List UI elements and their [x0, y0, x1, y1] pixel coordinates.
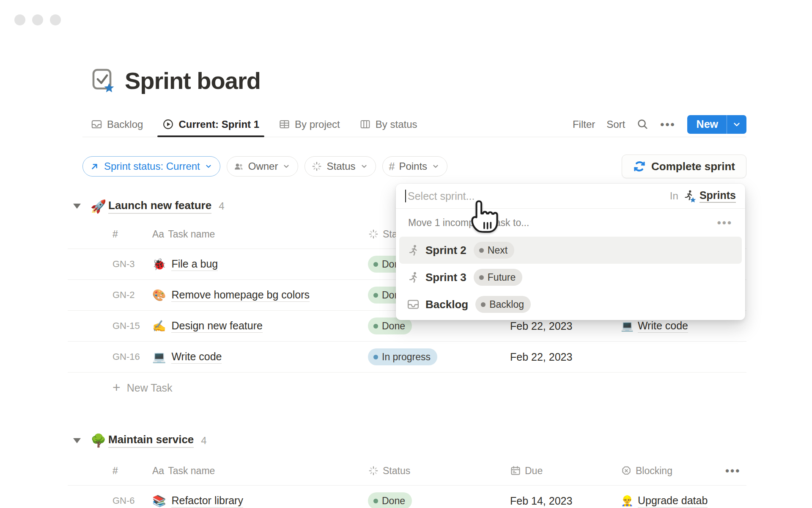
column-id[interactable]: #: [68, 465, 152, 477]
text-type-icon: Aa: [152, 465, 164, 477]
page-icon-checkbox-star[interactable]: [91, 67, 115, 94]
blocking-cell[interactable]: 💻Write code: [617, 320, 719, 333]
popup-more-icon[interactable]: •••: [717, 217, 732, 228]
inbox-icon: [407, 298, 421, 311]
task-name-link[interactable]: Remove homepage bg colors: [171, 289, 310, 302]
sprint-search-row[interactable]: Select sprint... In Sprints: [396, 184, 745, 209]
table-header-row: # Aa Task name Status Due Blocking •••: [68, 456, 746, 486]
task-emoji: 💻: [152, 351, 166, 362]
column-status[interactable]: Status: [368, 465, 508, 477]
chevron-down-icon: [204, 162, 213, 171]
filter-button[interactable]: Filter: [573, 119, 595, 130]
due-date[interactable]: Feb 14, 2023: [508, 495, 617, 507]
cycle-icon: [633, 160, 646, 173]
runner-icon: [407, 244, 421, 257]
status-spinner-icon: [368, 465, 379, 476]
inbox-icon: [91, 119, 102, 130]
tab-by-project[interactable]: By project: [274, 112, 345, 137]
task-emoji: 🎨: [152, 290, 166, 301]
hand-cursor: [466, 196, 501, 236]
chip-status[interactable]: Status: [304, 156, 376, 177]
group-title[interactable]: Launch new feature: [108, 199, 211, 214]
option-sprint-3[interactable]: Sprint 3 Future: [399, 264, 742, 291]
sprint-search-input[interactable]: Select sprint...: [408, 190, 475, 202]
new-task-button[interactable]: + New Task: [68, 373, 746, 403]
hash-icon: #: [389, 160, 395, 173]
runner-icon: [407, 271, 421, 284]
task-name-link[interactable]: Design new feature: [171, 320, 262, 333]
task-name-link[interactable]: Refactor library: [171, 494, 243, 508]
column-blocking[interactable]: Blocking: [617, 465, 719, 477]
task-emoji: ✍️: [152, 320, 166, 331]
task-id: GN-15: [68, 320, 152, 331]
tab-current-sprint[interactable]: Current: Sprint 1: [157, 112, 264, 137]
group-title[interactable]: Maintain service: [108, 433, 194, 448]
view-tab-bar: Backlog Current: Sprint 1 By project By …: [82, 112, 746, 137]
text-type-icon: Aa: [152, 229, 164, 240]
chevron-down-icon: [360, 162, 368, 171]
blocking-cell[interactable]: 👷‍♂️Upgrade datab: [617, 494, 719, 508]
column-due[interactable]: Due: [508, 465, 617, 477]
task-id: GN-16: [68, 351, 152, 362]
page-title: Sprint board: [125, 67, 261, 94]
calendar-icon: [510, 465, 521, 476]
chevron-down-icon: [282, 162, 291, 171]
chevron-down-icon[interactable]: [727, 115, 746, 134]
window-close-button[interactable]: [14, 14, 25, 25]
status-badge[interactable]: In progress: [368, 348, 437, 365]
task-emoji: 🐞: [152, 259, 166, 270]
task-name-link[interactable]: File a bug: [171, 258, 218, 271]
more-options-icon[interactable]: •••: [660, 119, 675, 130]
chip-owner[interactable]: Owner: [227, 156, 299, 177]
sprint-status-badge: Next: [474, 242, 514, 259]
text-caret: [405, 190, 406, 202]
chevron-down-icon: [431, 162, 440, 171]
board-columns-icon: [359, 119, 371, 130]
plus-icon: +: [112, 381, 121, 394]
table-row[interactable]: GN-6 📚 Refactor library Done Feb 14, 202…: [68, 486, 746, 508]
task-id: GN-6: [68, 495, 152, 506]
column-more-icon[interactable]: •••: [719, 465, 746, 476]
group-emoji: 🌳: [91, 433, 107, 448]
table-icon: [279, 119, 290, 130]
sprint-status-badge: Future: [474, 269, 522, 286]
group-toggle-icon[interactable]: [73, 438, 81, 443]
sort-button[interactable]: Sort: [606, 119, 625, 130]
group-count: 4: [219, 200, 224, 212]
chip-points[interactable]: # Points: [382, 156, 448, 177]
task-name-link[interactable]: Write code: [171, 351, 222, 364]
column-task-name[interactable]: Aa Task name: [152, 229, 368, 240]
tab-backlog[interactable]: Backlog: [86, 112, 148, 137]
complete-sprint-button[interactable]: Complete sprint: [622, 155, 746, 178]
sprints-database-icon: [683, 189, 695, 203]
chip-sprint-status[interactable]: Sprint status: Current: [82, 156, 220, 177]
group-maintain-service: 🌳 Maintain service 4 # Aa Task name Stat…: [68, 425, 746, 508]
tab-by-status[interactable]: By status: [354, 112, 422, 137]
group-toggle-icon[interactable]: [73, 204, 81, 209]
new-button[interactable]: New: [687, 115, 746, 134]
search-icon[interactable]: [636, 118, 649, 130]
column-task-name[interactable]: Aa Task name: [152, 465, 368, 477]
task-emoji: 📚: [152, 495, 166, 506]
people-icon: [233, 161, 244, 172]
window-controls: [14, 14, 61, 25]
status-badge[interactable]: Done: [368, 492, 412, 508]
group-count: 4: [201, 435, 206, 447]
table-row[interactable]: GN-16 💻 Write code In progress Feb 22, 2…: [68, 342, 746, 373]
blocking-icon: [621, 465, 632, 476]
due-date[interactable]: Feb 22, 2023: [508, 320, 617, 332]
due-date[interactable]: Feb 22, 2023: [508, 351, 617, 363]
blocking-cell[interactable]: [617, 356, 719, 357]
column-id[interactable]: #: [68, 229, 152, 240]
option-sprint-2[interactable]: Sprint 2 Next: [399, 237, 742, 264]
play-circle-icon: [162, 119, 174, 130]
sprints-database-link[interactable]: Sprints: [700, 189, 736, 203]
status-spinner-icon: [368, 229, 379, 240]
sprint-status-badge: Backlog: [475, 296, 531, 313]
task-id: GN-2: [68, 290, 152, 301]
status-spinner-icon: [311, 161, 322, 172]
window-minimize-button[interactable]: [32, 14, 43, 25]
task-id: GN-3: [68, 259, 152, 270]
option-backlog[interactable]: Backlog Backlog: [399, 291, 742, 318]
window-zoom-button[interactable]: [50, 14, 61, 25]
